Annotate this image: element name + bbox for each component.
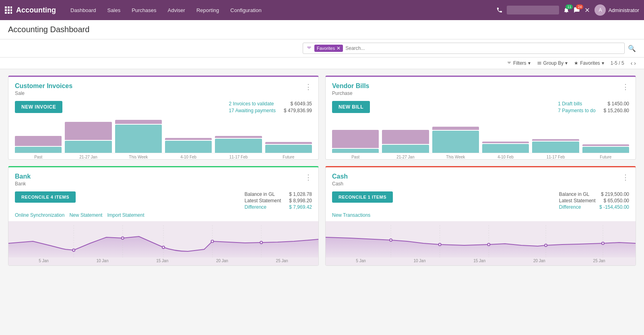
- bill2-label[interactable]: 7 Payments to do: [558, 108, 595, 113]
- bank-title: Bank: [15, 173, 31, 180]
- bill-row-2: 7 Payments to do $ 15,260.80: [558, 108, 629, 113]
- vendor-bills-menu[interactable]: ⋮: [622, 82, 629, 91]
- menu-sales[interactable]: Sales: [103, 5, 126, 16]
- favorites-filter-tag[interactable]: Favorites ✕: [314, 45, 343, 52]
- main-menu: Dashboard Sales Purchases Adviser Report…: [66, 5, 496, 16]
- cash-balance-row: Balance in GL $ 219,500.00: [559, 191, 629, 197]
- cash-statement-amount: $ 65,050.00: [604, 198, 629, 203]
- cash-line-chart: 5 Jan 10 Jan 15 Jan 20 Jan 25 Jan: [326, 221, 636, 265]
- favorites-ctrl-label: Favorites: [580, 60, 600, 66]
- bank-chart-svg: [8, 221, 318, 257]
- menu-reporting[interactable]: Reporting: [192, 5, 224, 16]
- bar-feb1-teal: [165, 141, 212, 153]
- cash-link-transactions[interactable]: New Transactions: [332, 212, 370, 218]
- dashboard-grid: Customer Invoices Sale ⋮ NEW INVOICE 2 I…: [0, 69, 644, 272]
- cash-chart-labels: 5 Jan 10 Jan 15 Jan 20 Jan 25 Jan: [326, 259, 636, 265]
- vendor-bills-card: Vendor Bills Purchase ⋮ NEW BILL 1 Draft…: [325, 76, 636, 160]
- bar-future-purple: [265, 142, 312, 144]
- bank-label-15jan: 15 Jan: [156, 259, 168, 263]
- topnav-search[interactable]: [507, 6, 559, 14]
- new-invoice-btn[interactable]: NEW INVOICE: [15, 101, 62, 113]
- customer-invoices-card: Customer Invoices Sale ⋮ NEW INVOICE 2 I…: [8, 76, 319, 160]
- customer-invoices-title: Customer Invoices: [15, 82, 72, 90]
- bar-jan2127: [65, 122, 111, 153]
- admin-avatar[interactable]: A Administrator: [594, 4, 639, 16]
- chat-icon-btn[interactable]: 24: [574, 7, 580, 13]
- invoice1-label[interactable]: 2 Invoices to validate: [229, 101, 274, 107]
- filters-btn[interactable]: Filters ▾: [507, 60, 530, 66]
- search-bar-row: Favorites ✕ 🔍: [0, 39, 644, 58]
- vbar-past-teal: [332, 149, 379, 153]
- bar-week-teal: [115, 125, 162, 153]
- cash-statement-row: Latest Statement $ 65,050.00: [559, 198, 629, 203]
- bank-chart-labels: 5 Jan 10 Jan 15 Jan 20 Jan 25 Jan: [8, 259, 318, 265]
- groupby-label: Group By: [543, 60, 564, 66]
- bank-diff-label: Difference: [245, 204, 266, 210]
- customer-invoices-info: 2 Invoices to validate $ 6049.35 17 Awai…: [229, 101, 312, 113]
- cash-label-5jan: 5 Jan: [356, 259, 365, 263]
- vbar-1117-purple: [532, 139, 579, 141]
- bank-statement-amount: $ 8,998.20: [289, 198, 312, 203]
- grid-menu-icon[interactable]: [5, 6, 12, 14]
- bank-link-import[interactable]: Import Statement: [107, 212, 144, 218]
- menu-adviser[interactable]: Adviser: [163, 5, 190, 16]
- filter-ctrl-icon: [507, 61, 512, 66]
- cash-chart-svg: [326, 221, 636, 257]
- bank-line-chart: 5 Jan 10 Jan 15 Jan 20 Jan 25 Jan: [8, 221, 318, 265]
- bill2-amount: $ 15,260.80: [604, 108, 629, 113]
- pagination-info: 1-5 / 5: [611, 60, 624, 66]
- bill1-label[interactable]: 1 Draft bills: [558, 101, 582, 107]
- cash-links-row: New Transactions: [326, 210, 636, 220]
- bank-diff-row: Difference $ 7,969.42: [245, 204, 312, 210]
- prev-page-btn[interactable]: ‹: [631, 60, 633, 66]
- bar-feb2-teal: [215, 139, 262, 153]
- bar-jan-purple: [65, 122, 111, 140]
- vbar-week-teal: [432, 131, 479, 153]
- vbar-410-purple: [482, 142, 529, 143]
- vbar-1117-teal: [532, 142, 579, 153]
- vendor-bills-action-row: NEW BILL 1 Draft bills $ 1450.00 7 Payme…: [326, 96, 636, 113]
- notifications-icon-btn[interactable]: 11: [563, 7, 570, 13]
- new-bill-btn[interactable]: NEW BILL: [332, 101, 370, 113]
- bank-link-new-stmt[interactable]: New Statement: [69, 212, 102, 218]
- phone-icon-btn[interactable]: [496, 7, 503, 13]
- next-page-btn[interactable]: ›: [634, 60, 636, 66]
- star-icon: ★: [574, 60, 578, 66]
- invoice2-label[interactable]: 17 Awaiting payments: [229, 108, 276, 113]
- cash-balance-label: Balance in GL: [559, 191, 589, 197]
- menu-purchases[interactable]: Purchases: [127, 5, 161, 16]
- close-icon-btn[interactable]: [584, 7, 590, 13]
- bar-label-future: Future: [265, 155, 312, 159]
- avatar: A: [594, 4, 606, 16]
- customer-invoices-menu[interactable]: ⋮: [305, 82, 312, 91]
- filter-tag-remove[interactable]: ✕: [336, 45, 341, 51]
- reconcile-cash-btn[interactable]: RECONCILE 1 ITEMS: [332, 191, 393, 203]
- admin-name: Administrator: [608, 7, 639, 13]
- cash-subtitle: Cash: [332, 181, 348, 187]
- groupby-btn[interactable]: Group By ▾: [537, 60, 568, 66]
- search-submit-icon[interactable]: 🔍: [628, 45, 636, 52]
- svg-rect-7: [8, 12, 10, 14]
- cash-menu[interactable]: ⋮: [622, 173, 629, 182]
- vendor-bills-title: Vendor Bills: [332, 82, 369, 90]
- menu-configuration[interactable]: Configuration: [225, 5, 266, 16]
- customer-invoices-chart: Past 21-27 Jan This Week 4-10 Feb 11-17 …: [8, 113, 318, 159]
- favorites-ctrl-btn[interactable]: ★ Favorites ▾: [574, 60, 604, 66]
- vbar-label-past: Past: [332, 155, 379, 159]
- bar-past-purple: [15, 136, 62, 146]
- bank-link-sync[interactable]: Online Synchronization: [15, 212, 64, 218]
- vbar-label-410: 4-10 Feb: [482, 155, 529, 159]
- bar-feb2-purple: [215, 136, 262, 138]
- reconcile-bank-btn[interactable]: RECONCILE 4 ITEMS: [15, 191, 76, 203]
- cash-diff-label: Difference: [559, 204, 581, 210]
- bank-balance-label: Balance in GL: [245, 191, 275, 197]
- vbar-future-teal: [582, 147, 629, 153]
- bank-menu[interactable]: ⋮: [305, 173, 312, 182]
- bank-card-header: Bank Bank ⋮: [8, 167, 318, 187]
- vendor-bills-subtitle: Purchase: [332, 90, 369, 96]
- bank-label-25jan: 25 Jan: [276, 259, 288, 263]
- search-input[interactable]: [345, 45, 621, 51]
- vbar-jan: [382, 130, 429, 153]
- menu-dashboard[interactable]: Dashboard: [66, 5, 101, 16]
- invoice-row-1: 2 Invoices to validate $ 6049.35: [229, 101, 312, 107]
